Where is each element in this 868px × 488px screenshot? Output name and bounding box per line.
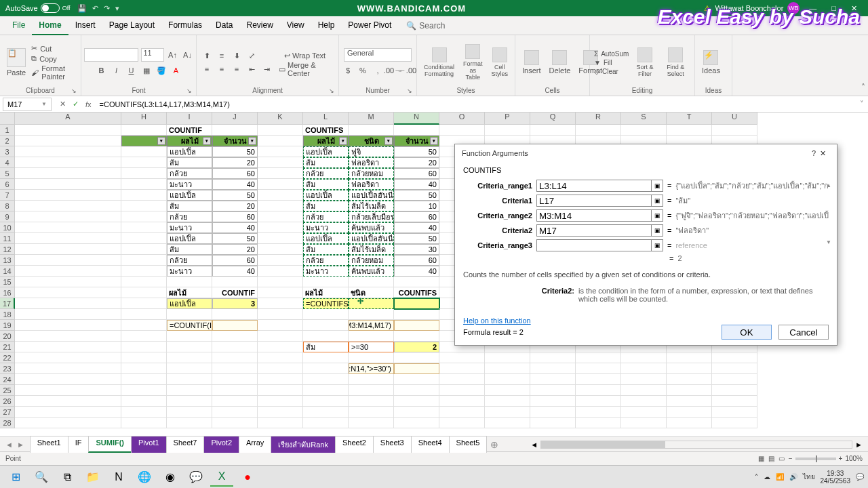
- range-picker-icon[interactable]: ▣: [651, 239, 663, 251]
- record-icon[interactable]: ●: [236, 468, 259, 487]
- cell[interactable]: [530, 374, 576, 385]
- cell[interactable]: [439, 363, 485, 374]
- cell[interactable]: [258, 287, 303, 298]
- comma-icon[interactable]: ,: [372, 64, 384, 77]
- cell[interactable]: [258, 157, 303, 168]
- cell[interactable]: จำนวน▾: [212, 136, 258, 146]
- column-header[interactable]: N: [394, 113, 439, 125]
- cell[interactable]: [258, 266, 303, 277]
- row-header[interactable]: 21: [0, 342, 15, 352]
- cell[interactable]: [258, 244, 303, 255]
- cell[interactable]: [167, 342, 212, 352]
- borders-button[interactable]: ▦: [140, 64, 153, 77]
- cell[interactable]: [621, 363, 667, 374]
- help-link[interactable]: Help on this function: [463, 317, 531, 325]
- sheet-nav-prev-icon[interactable]: ◄: [5, 441, 13, 449]
- sheet-tab[interactable]: Pivot1: [131, 436, 167, 453]
- filter-icon[interactable]: ▾: [157, 137, 165, 145]
- font-color-button[interactable]: A: [170, 64, 182, 77]
- cell[interactable]: ส้ม: [303, 244, 349, 255]
- enter-formula-icon[interactable]: ✓: [73, 100, 79, 108]
- cell[interactable]: [485, 407, 530, 418]
- cell[interactable]: [712, 363, 757, 374]
- row-header[interactable]: 3: [0, 146, 15, 157]
- cell[interactable]: 40: [394, 179, 439, 190]
- bold-button[interactable]: B: [96, 64, 108, 77]
- cell[interactable]: [15, 320, 121, 331]
- align-right-icon[interactable]: ≡: [231, 63, 243, 75]
- dialog-launcher-icon[interactable]: ↘: [329, 87, 334, 94]
- start-button[interactable]: ⊞: [4, 468, 27, 487]
- cell[interactable]: [439, 407, 485, 418]
- column-header[interactable]: I: [167, 113, 212, 125]
- format-as-table-button[interactable]: Format as Table: [460, 43, 486, 82]
- arg-input[interactable]: [536, 209, 652, 222]
- font-select[interactable]: [84, 48, 138, 62]
- cell[interactable]: >=30: [349, 342, 394, 352]
- cell[interactable]: [303, 418, 349, 428]
- cell[interactable]: [303, 374, 349, 385]
- cell[interactable]: ค้นพบแล้ว: [349, 266, 394, 277]
- cell[interactable]: 50: [394, 190, 439, 201]
- sheet-tab[interactable]: Sheet1: [30, 436, 68, 453]
- cell[interactable]: [258, 342, 303, 352]
- cell[interactable]: แอปเปิ้ล: [303, 190, 349, 201]
- cell[interactable]: [303, 407, 349, 418]
- cell[interactable]: [258, 363, 303, 374]
- cell[interactable]: [121, 374, 167, 385]
- cell[interactable]: [121, 277, 167, 287]
- cell[interactable]: [15, 407, 121, 418]
- close-icon[interactable]: ✕: [846, 4, 863, 13]
- cell[interactable]: [121, 168, 167, 179]
- cell[interactable]: [258, 125, 303, 136]
- cell[interactable]: [258, 211, 303, 222]
- cell[interactable]: [15, 331, 121, 342]
- dialog-close-icon[interactable]: ✕: [816, 148, 830, 159]
- cell[interactable]: [258, 320, 303, 331]
- row-header[interactable]: 26: [0, 396, 15, 407]
- cell[interactable]: กล้วยหอม: [349, 255, 394, 266]
- cell[interactable]: 40: [394, 266, 439, 277]
- cell[interactable]: [167, 352, 212, 363]
- cell[interactable]: [576, 407, 621, 418]
- cell[interactable]: [121, 244, 167, 255]
- cell[interactable]: จำนวน▾: [394, 136, 439, 146]
- steam-icon[interactable]: ◉: [159, 468, 182, 487]
- zoom-level[interactable]: 100%: [845, 455, 863, 462]
- column-header[interactable]: J: [212, 113, 258, 125]
- cell[interactable]: [15, 418, 121, 428]
- row-header[interactable]: 9: [0, 211, 15, 222]
- autosum-button[interactable]: ΣAutoSum: [594, 50, 629, 58]
- cell[interactable]: [576, 363, 621, 374]
- save-icon[interactable]: 💾: [77, 4, 87, 13]
- cell[interactable]: [15, 125, 121, 136]
- cell[interactable]: [621, 352, 667, 363]
- cell[interactable]: [712, 374, 757, 385]
- cell[interactable]: [15, 374, 121, 385]
- cell[interactable]: ชนิด▾: [349, 136, 394, 146]
- cell[interactable]: [485, 396, 530, 407]
- row-header[interactable]: 15: [0, 277, 15, 287]
- cell[interactable]: [212, 125, 258, 136]
- undo-icon[interactable]: ↶: [92, 4, 98, 13]
- paste-button[interactable]: 📋Paste: [4, 47, 28, 78]
- wrap-text-button[interactable]: ↩Wrap Text: [275, 49, 334, 62]
- sheet-tab[interactable]: Array: [239, 436, 271, 453]
- user-name[interactable]: Wittawat Boonchalor: [715, 4, 783, 12]
- cell[interactable]: [485, 385, 530, 396]
- arg-input[interactable]: [536, 224, 652, 237]
- column-header[interactable]: L: [303, 113, 349, 125]
- dialog-launcher-icon[interactable]: ↘: [71, 87, 77, 94]
- cell[interactable]: [258, 146, 303, 157]
- cell[interactable]: [349, 385, 394, 396]
- cell[interactable]: 30: [394, 244, 439, 255]
- cell[interactable]: ผลไม้: [167, 287, 212, 298]
- fill-color-button[interactable]: 🪣: [155, 64, 167, 77]
- cell[interactable]: มะนาว: [303, 222, 349, 233]
- cell[interactable]: [212, 331, 258, 342]
- cell[interactable]: [15, 309, 121, 320]
- filter-icon[interactable]: ▾: [339, 137, 347, 145]
- cell[interactable]: [121, 222, 167, 233]
- range-picker-icon[interactable]: ▣: [651, 180, 663, 192]
- range-picker-icon[interactable]: ▣: [651, 224, 663, 237]
